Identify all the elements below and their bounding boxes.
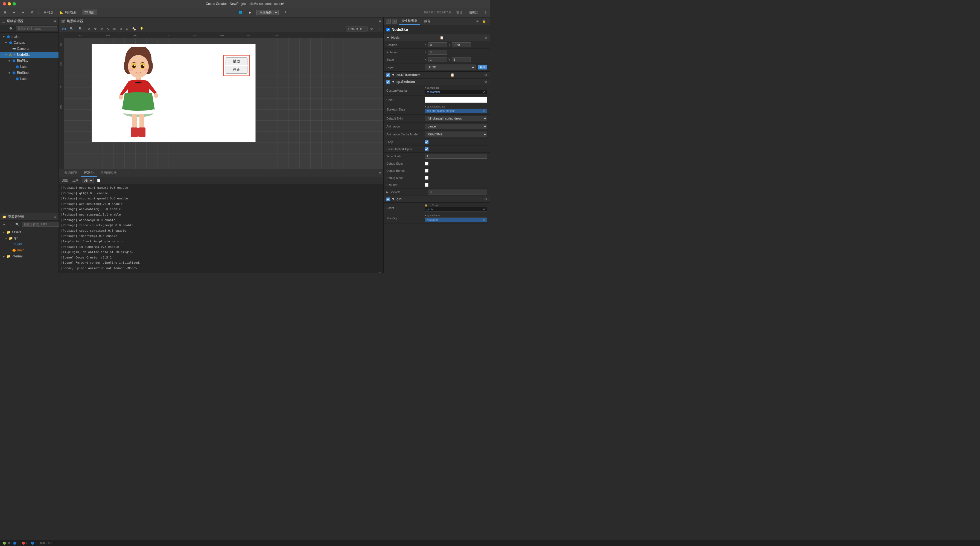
mode-2d-btn[interactable]: 2D	[61, 27, 67, 31]
scene-dropdown[interactable]: 当前场景	[256, 10, 278, 15]
girl-settings-btn[interactable]: ⚙	[484, 197, 487, 201]
log-filter-btn[interactable]: 📄	[96, 178, 102, 183]
local-coord-btn[interactable]: 📐 局部坐标	[58, 10, 78, 15]
mode-btn[interactable]: 2D 项目	[82, 10, 97, 15]
scene-light-btn[interactable]: 💡	[138, 27, 145, 31]
nav-forward[interactable]: ›	[392, 19, 397, 24]
tab-console[interactable]: 控制台	[81, 169, 97, 177]
tree-item-label2[interactable]: 🔵 Label	[0, 76, 59, 82]
hierarchy-menu-btn[interactable]: ≡	[54, 19, 56, 24]
animation-select[interactable]: dance	[425, 124, 487, 129]
asset-item-girl-ts[interactable]: TS girl	[0, 241, 59, 247]
bottom-menu-btn[interactable]: ≡	[379, 171, 381, 175]
scene-fullscreen-btn[interactable]: ⛶	[376, 27, 381, 31]
debugmesh-checkbox[interactable]	[425, 176, 428, 180]
minimize-button[interactable]	[8, 2, 11, 5]
scene-settings-btn[interactable]: ⚙	[369, 27, 374, 31]
hierarchy-search-input[interactable]	[16, 26, 57, 31]
tree-item-nodeske[interactable]: ▼ 🔒 👁 NodeSke	[0, 52, 59, 58]
camera-select[interactable]: Default De...	[346, 27, 368, 32]
scene-stop-button[interactable]: 停止	[226, 66, 247, 73]
hierarchy-search-btn[interactable]: 🔍	[8, 27, 15, 31]
debugbones-checkbox[interactable]	[425, 169, 428, 173]
skeobj-ref[interactable]: NodeSke ⊙	[425, 218, 487, 222]
editor-btn[interactable]: 编辑器	[467, 10, 480, 15]
girl-checkbox[interactable]	[387, 197, 390, 201]
scene-anchor-btn[interactable]: ⊙	[125, 27, 129, 31]
asset-item-main[interactable]: 🔶 main	[0, 247, 59, 253]
debugslots-checkbox[interactable]	[425, 162, 428, 166]
uitransform-copy-btn[interactable]: 📋	[450, 73, 455, 77]
custommaterial-ref[interactable]: cc.Material ⊙	[425, 90, 487, 94]
tab-properties[interactable]: 属性检查器	[399, 18, 420, 25]
scene-scale-btn[interactable]: ⤡	[105, 27, 110, 31]
regex-btn[interactable]: 正则	[72, 178, 80, 183]
tab-asset-preview[interactable]: 资源预览	[61, 169, 81, 177]
skeleton-checkbox[interactable]	[387, 80, 390, 84]
position-x-input[interactable]	[428, 42, 447, 47]
tab-services[interactable]: 服务	[422, 18, 433, 25]
log-scope-select[interactable]: All	[82, 178, 94, 183]
uitransform-settings-btn[interactable]: ⚙	[484, 73, 487, 77]
right-panel-menu-btn[interactable]: ≡	[476, 19, 479, 24]
scale-x-input[interactable]	[428, 57, 447, 62]
loop-checkbox[interactable]	[425, 140, 428, 144]
toolbar-home-btn[interactable]: ⊞	[2, 10, 8, 15]
anchor-btn[interactable]: ⊕ 锚点	[42, 10, 55, 15]
skeleton-settings-btn[interactable]: ⚙	[484, 80, 487, 84]
rotation-z-input[interactable]	[428, 50, 447, 55]
help-btn[interactable]: ?	[483, 10, 488, 15]
premultalpha-checkbox[interactable]	[425, 147, 428, 151]
tree-item-main[interactable]: ▼ 🔵 main	[0, 33, 59, 40]
script-ref[interactable]: girl.ts ⊙	[425, 207, 487, 212]
skeletondata-ref[interactable]: mix-and-match-pro.json ⊙	[425, 108, 487, 113]
nav-back[interactable]: ‹	[386, 19, 391, 24]
asset-search-btn[interactable]: 🔍	[14, 222, 21, 227]
layer-edit-btn[interactable]: Edit	[478, 65, 487, 70]
globe-btn[interactable]: 🌐	[237, 10, 244, 15]
scene-zoom-out-btn[interactable]: 🔍-	[68, 27, 76, 31]
play-btn[interactable]: ▶	[247, 10, 253, 15]
scene-menu-btn[interactable]: ≡	[379, 19, 381, 24]
tree-item-canvas[interactable]: ▼ 🔵 Canvas	[0, 40, 59, 46]
uitransform-checkbox[interactable]	[387, 73, 390, 77]
tree-item-btnplay[interactable]: ▼ 🔵 BtnPlay	[0, 58, 59, 64]
color-swatch[interactable]	[425, 97, 487, 103]
hierarchy-add-btn[interactable]: +	[2, 27, 6, 31]
asset-menu-btn[interactable]: ≡	[54, 215, 56, 219]
sockets-input[interactable]	[428, 189, 487, 194]
tab-animation-editor[interactable]: 动画编辑器	[97, 169, 120, 177]
lock-panel-btn[interactable]: 🔒	[481, 19, 488, 24]
toolbar-redo-btn[interactable]: ↪	[20, 10, 26, 15]
asset-item-internal[interactable]: ▶ 📁 internal	[0, 253, 59, 259]
toolbar-settings-btn[interactable]: ⚙	[29, 10, 35, 15]
scene-rect-btn[interactable]: ▭	[112, 27, 117, 31]
node-settings-btn[interactable]: ⚙	[484, 36, 487, 40]
asset-add-btn[interactable]: +	[2, 222, 6, 226]
project-btn[interactable]: 项目	[455, 10, 464, 15]
asset-sort-btn[interactable]: ↕	[8, 222, 13, 226]
scene-zoom-in-btn[interactable]: 🔍+	[77, 27, 85, 31]
scene-play-button[interactable]: 播放	[226, 57, 247, 65]
node-copy-btn[interactable]: 📋	[440, 36, 444, 40]
layer-select[interactable]: UI_2D	[425, 65, 476, 70]
maximize-button[interactable]	[13, 2, 16, 5]
scene-bone-btn[interactable]: 🦴	[131, 27, 137, 31]
scene-rotate-btn[interactable]: ↻	[99, 27, 104, 31]
position-y-input[interactable]	[452, 42, 471, 47]
tree-item-camera[interactable]: 📷 Camera	[0, 46, 59, 52]
toolbar-undo-btn[interactable]: ↩	[11, 10, 17, 15]
close-button[interactable]	[3, 2, 6, 5]
scene-transform-btn[interactable]: ⊕	[118, 27, 123, 31]
usetint-checkbox[interactable]	[425, 183, 428, 187]
refresh-btn[interactable]: ↺	[282, 10, 288, 15]
node-active-checkbox[interactable]	[387, 28, 390, 32]
clear-btn[interactable]: 清空	[61, 178, 69, 183]
asset-search-input[interactable]	[22, 222, 64, 227]
timescale-input[interactable]	[425, 154, 487, 159]
scene-canvas[interactable]: -600 -400 -200 0 200 400 600 800 400 200	[59, 33, 383, 169]
node-section-header[interactable]: ▼ Node 📋 ⚙	[383, 34, 490, 41]
asset-item-assets[interactable]: ▼ 📁 assets	[0, 229, 59, 235]
tree-item-btnstop[interactable]: ▼ 🔵 BtnStop	[0, 70, 59, 76]
animcachemode-select[interactable]: REALTIME	[425, 132, 487, 137]
